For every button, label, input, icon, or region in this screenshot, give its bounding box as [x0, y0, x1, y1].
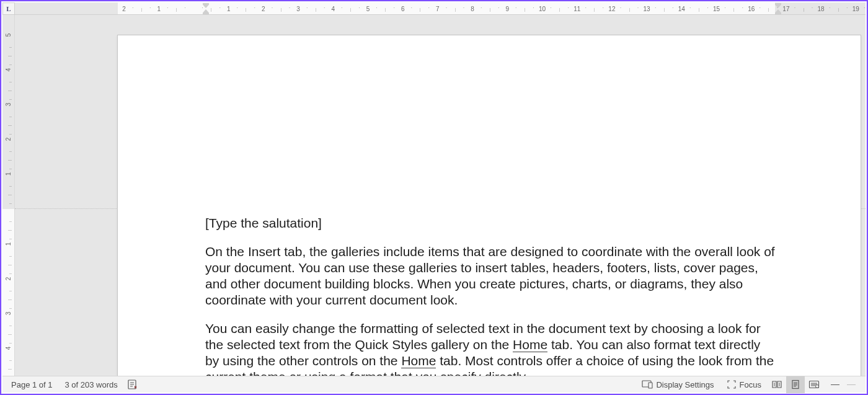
v-ruler-minor [2, 200, 15, 208]
tab-stop-selector[interactable]: L [2, 2, 15, 15]
h-ruler-tick: 14 [681, 2, 682, 15]
h-ruler-tick: 10 [542, 2, 542, 15]
ruler-horizontal[interactable]: 2112345678910111213141516171819·········… [15, 2, 866, 14]
h-ruler-minor: · [464, 2, 464, 15]
p2-home-link-2: Home [401, 353, 436, 368]
h-ruler-tick: 4 [333, 2, 334, 15]
h-ruler-minor: · [150, 2, 151, 15]
h-ruler-minor [455, 2, 456, 15]
h-ruler-minor: · [812, 2, 813, 15]
h-ruler-minor: · [638, 2, 639, 15]
h-ruler-minor [804, 2, 804, 15]
focus-label: Focus [740, 380, 761, 389]
v-ruler-minor [2, 260, 15, 269]
h-ruler-minor [838, 2, 839, 15]
h-ruler-tick: 11 [577, 2, 577, 15]
status-bar: Page 1 of 1 3 of 203 words Display Setti… [2, 376, 866, 393]
v-ruler-minor [2, 304, 15, 313]
h-ruler-tick: 2 [263, 2, 264, 15]
h-ruler-tick: 1 [159, 2, 159, 15]
h-ruler-tick: 17 [786, 2, 786, 15]
v-ruler-minor [2, 322, 15, 331]
h-ruler-minor [281, 2, 281, 15]
word-count[interactable]: 3 of 203 words [59, 380, 124, 389]
v-ruler-minor [2, 112, 15, 121]
display-settings-icon [642, 380, 653, 389]
read-mode-icon [771, 380, 782, 389]
page-indicator[interactable]: Page 1 of 1 [5, 380, 59, 389]
h-ruler-minor: · [342, 2, 342, 15]
document-body[interactable]: [Type the salutation] On the Insert tab,… [205, 215, 776, 376]
h-ruler-tick: 1 [228, 2, 229, 15]
salutation-placeholder[interactable]: [Type the salutation] [205, 215, 776, 231]
h-ruler-minor [594, 2, 595, 15]
svg-rect-2 [649, 383, 652, 388]
v-ruler-minor [2, 217, 15, 226]
document-page[interactable]: [Type the salutation] On the Insert tab,… [117, 35, 861, 376]
h-ruler-minor: · [533, 2, 534, 15]
body-paragraph-1[interactable]: On the Insert tab, the galleries include… [205, 244, 776, 308]
focus-mode-button[interactable]: Focus [720, 379, 768, 389]
v-ruler-minor [2, 331, 15, 339]
v-ruler-minor [2, 252, 15, 260]
h-ruler-minor [420, 2, 420, 15]
h-ruler-minor: · [760, 2, 760, 15]
h-ruler-tick: 19 [856, 2, 856, 15]
h-ruler-minor: · [254, 2, 255, 15]
h-ruler-tick: 3 [298, 2, 299, 15]
svg-point-5 [816, 385, 819, 388]
h-ruler-minor: · [290, 2, 290, 15]
editor-workspace: 543211234 [Type the salutation] On the I… [2, 15, 866, 376]
v-ruler-minor [2, 43, 15, 51]
v-ruler-minor [2, 60, 15, 69]
h-ruler-tick: 7 [437, 2, 438, 15]
v-ruler-minor [2, 226, 15, 234]
web-layout-button[interactable] [805, 376, 823, 393]
h-ruler-minor [733, 2, 734, 15]
v-ruler-minor [2, 182, 15, 191]
v-ruler-minor [2, 296, 15, 304]
zoom-out-button[interactable] [827, 376, 843, 393]
h-ruler-tick: 6 [402, 2, 403, 15]
h-ruler-tick: 9 [507, 2, 508, 15]
h-ruler-minor [141, 2, 142, 15]
h-ruler-minor: · [133, 2, 133, 15]
v-ruler-minor [2, 148, 15, 156]
ruler-vertical[interactable]: 543211234 [2, 15, 15, 376]
print-layout-button[interactable] [786, 376, 805, 393]
h-ruler-tick: 18 [821, 2, 822, 15]
zoom-in-button[interactable] [843, 376, 859, 393]
h-ruler-minor: · [655, 2, 656, 15]
h-ruler-minor: · [620, 2, 621, 15]
v-ruler-minor [2, 156, 15, 165]
h-ruler-minor [176, 2, 177, 15]
v-ruler-minor [2, 86, 15, 95]
v-ruler-tick: 5 [2, 30, 15, 39]
h-ruler-minor [664, 2, 665, 15]
h-ruler-minor: · [481, 2, 482, 15]
view-switcher [768, 376, 823, 393]
h-ruler-minor: · [603, 2, 603, 15]
zoom-line-icon [847, 384, 856, 385]
h-ruler-minor: · [864, 2, 865, 15]
h-ruler-tick: 16 [751, 2, 751, 15]
h-ruler-minor: · [830, 2, 830, 15]
proofing-button[interactable] [124, 376, 143, 393]
h-ruler-minor: · [324, 2, 325, 15]
body-paragraph-2[interactable]: You can easily change the formatting of … [205, 321, 776, 376]
v-ruler-minor [2, 234, 15, 243]
v-ruler-minor [2, 191, 15, 200]
proofing-icon [128, 379, 139, 389]
v-ruler-minor [2, 269, 15, 278]
display-settings-button[interactable]: Display Settings [636, 380, 720, 389]
h-ruler-minor [316, 2, 316, 15]
v-ruler-minor [2, 51, 15, 60]
h-ruler-minor: · [673, 2, 673, 15]
h-ruler-minor: · [376, 2, 377, 15]
h-ruler-minor [490, 2, 490, 15]
read-mode-button[interactable] [768, 376, 786, 393]
app-frame: L 2112345678910111213141516171819·······… [0, 0, 868, 395]
h-ruler-minor: · [568, 2, 569, 15]
h-ruler-tick: 5 [368, 2, 368, 15]
tab-stop-glyph: L [6, 5, 11, 12]
